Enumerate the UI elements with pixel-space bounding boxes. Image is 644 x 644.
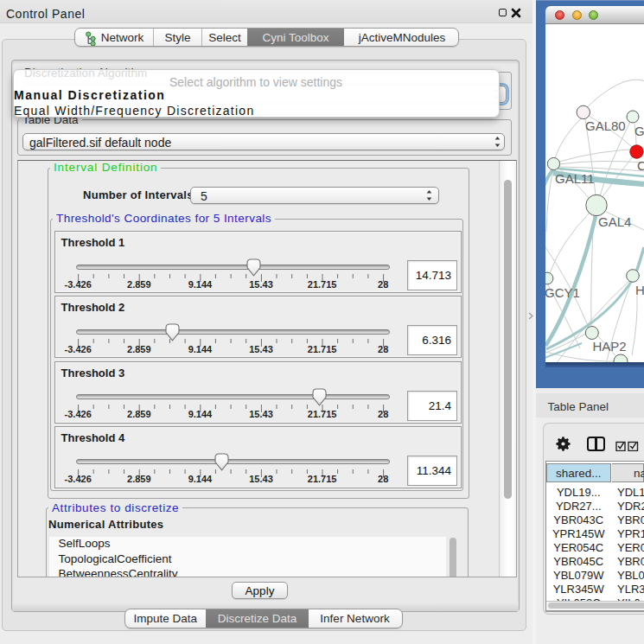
svg-text:GCY1: GCY1	[545, 285, 580, 300]
svg-text:GAL11: GAL11	[555, 171, 595, 186]
svg-text:H: H	[635, 283, 644, 297]
svg-text:CO: CO	[637, 158, 644, 173]
svg-text:HAP2: HAP2	[593, 339, 627, 354]
svg-text:GAL4: GAL4	[598, 214, 631, 229]
svg-text:GA: GA	[634, 124, 644, 138]
svg-text:GAL80: GAL80	[585, 118, 626, 133]
